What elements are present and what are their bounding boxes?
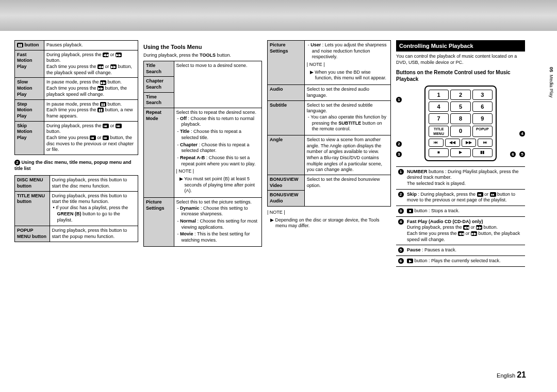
row-desc: Fast Play (Audio CD (CD-DA) only)During …: [405, 216, 525, 245]
row-label: Time Search: [144, 92, 174, 108]
page-footer: English 21: [497, 370, 526, 380]
row-desc: - User : Lets you adjust the sharpness a…: [304, 41, 390, 85]
note-label: | NOTE |: [307, 62, 388, 68]
play-icon: ▶: [450, 148, 470, 157]
ffwd-icon: ▶▶: [97, 86, 104, 91]
remote-key-1: 1: [429, 90, 449, 100]
ffwd-icon: ▶▶: [100, 80, 106, 85]
row-desc: During playback, press this button to st…: [50, 226, 138, 242]
row-desc: Select to set the desired audio language…: [304, 85, 390, 100]
rewind-icon: ◀◀: [97, 64, 104, 69]
note-text: ▶ When you use the BD wise function, thi…: [307, 70, 388, 81]
callout-5: 5: [519, 151, 525, 157]
remote-key-4: 4: [429, 101, 449, 112]
footer-lang: English: [497, 372, 515, 379]
pause-icon: ▮▮: [97, 108, 104, 112]
row-label: POPUP MENU button: [15, 226, 50, 242]
rewind-icon: ◀◀: [103, 53, 109, 57]
row-desc: Select this to set the picture settings.…: [174, 198, 261, 247]
row-desc: NUMBER buttons : During Playlist playbac…: [405, 166, 525, 189]
note-label: | NOTE |: [267, 210, 391, 216]
callout-3: 3: [396, 151, 402, 157]
column-2: Using the Tools Menu During playback, pr…: [143, 40, 262, 267]
row-desc: Select to set the desired subtitle langu…: [304, 100, 390, 135]
remote-key-6: 6: [472, 101, 493, 112]
row-label: BONUSVIEW Video: [268, 175, 305, 191]
row-desc: Skip : During playback, press the ⏮ or ⏭…: [405, 189, 525, 206]
ffwd-icon: ▶▶: [471, 231, 477, 236]
pause-icon: ▮▮: [17, 43, 23, 47]
prev-icon: ⏮: [477, 192, 483, 197]
rewind-icon: ◀◀: [458, 231, 464, 236]
callout-6: 6: [510, 151, 516, 157]
page-content: ▮▮ ▮▮ buttonbutton Pauses playback. Fast…: [0, 0, 557, 277]
rewind-icon: ◀◀: [463, 225, 469, 230]
ffwd-icon: ▶▶: [476, 225, 482, 230]
remote-control: 1 2 3 4 5 6 7 8 9 TITLE MENU 0 POPUP ⏮ ◀…: [424, 86, 497, 161]
row-label: DISC MENU button: [15, 176, 50, 191]
play-icon: ▶: [407, 259, 413, 263]
tools-menu-table: Title Search Select to move to a desired…: [143, 61, 262, 247]
row-num: 5: [398, 247, 404, 253]
stop-icon: ■: [429, 148, 449, 157]
tools-menu-heading: Using the Tools Menu: [143, 43, 262, 50]
row-label: Slow Motion Play: [15, 78, 44, 99]
row-label: Picture Settings: [268, 41, 305, 85]
remote-transport-1: ⏮ ◀◀ ▶▶ ⏭: [429, 139, 493, 147]
row-desc: During playback, press the ◀◀ or ▶▶ butt…: [44, 50, 138, 78]
next-icon: ⏭: [478, 139, 493, 147]
row-desc: Pauses playback.: [44, 41, 138, 50]
next-icon: ⏭: [490, 192, 496, 197]
music-playback-heading: Controlling Music Playback: [396, 40, 525, 52]
note-text: ▶ Depending on the disc or storage devic…: [267, 217, 391, 229]
row-label: TITLE MENU button: [15, 191, 50, 226]
ffwd-icon: ▶▶: [110, 64, 117, 69]
row-num: 2: [398, 192, 404, 197]
remote-numpad: 1 2 3 4 5 6 7 8 9 TITLE MENU 0 POPUP: [429, 90, 493, 137]
row-desc: ▶ button : Plays the currently selected …: [405, 256, 525, 267]
remote-key-popup: POPUP: [472, 126, 493, 137]
row-desc: Pause : Pauses a track.: [405, 245, 525, 256]
prev-icon: ⏮: [103, 124, 109, 128]
row-desc: During playback, press this button to st…: [50, 191, 138, 226]
side-tab-label: Media Play: [549, 75, 554, 98]
disc-menu-heading: 2 Using the disc menu, title menu, popup…: [14, 158, 138, 173]
row-label: Title Search: [144, 61, 174, 76]
row-desc: In pause mode, press the ▶▶ button.Each …: [44, 78, 138, 99]
rewind-icon: ◀◀: [445, 139, 460, 147]
next-icon: ⏭: [116, 124, 122, 128]
note-text: ▶ You must set point (B) at least 5 seco…: [176, 176, 259, 194]
row-label: Audio: [268, 85, 305, 100]
remote-key-7: 7: [429, 113, 449, 124]
row-label: Repeat Mode: [144, 108, 174, 198]
row-num: 6: [398, 258, 404, 264]
row-desc: During playback, press this button to st…: [50, 176, 138, 191]
tools-intro: During playback, press the TOOLS button.: [143, 53, 262, 59]
remote-key-9: 9: [472, 113, 493, 124]
ffwd-icon: ▶▶: [116, 53, 122, 57]
pause-icon: ▮▮: [472, 148, 493, 157]
prev-icon: ⏮: [429, 139, 444, 147]
ffwd-icon: ▶▶: [462, 139, 477, 147]
remote-transport-2: ■ ▶ ▮▮: [429, 148, 493, 157]
row-label: BONUSVIEW Audio: [268, 191, 305, 206]
remote-key-2: 2: [450, 90, 470, 100]
stop-icon: ■: [407, 209, 413, 213]
callout-1: 1: [396, 97, 402, 103]
row-num: 1: [398, 169, 404, 175]
top-banner: [0, 0, 557, 31]
tools-menu-table-cont: Picture Settings - User : Lets you adjus…: [267, 40, 391, 207]
prev-icon: ⏮: [90, 135, 96, 140]
side-tab-num: 05: [549, 67, 554, 72]
row-label: Angle: [268, 135, 305, 175]
row-label: ▮▮ ▮▮ buttonbutton: [15, 41, 44, 50]
row-label: Picture Settings: [144, 198, 174, 247]
column-4: Controlling Music Playback You can contr…: [396, 40, 525, 267]
remote-diagram: 1 2 3 4 5 6 1 2 3 4 5 6 7 8 9 TITLE MENU…: [396, 86, 525, 161]
step-number-2: 2: [14, 160, 20, 165]
menu-buttons-table: DISC MENU button During playback, press …: [14, 175, 138, 242]
remote-desc-table: 1 NUMBER buttons : During Playlist playb…: [396, 166, 525, 267]
footer-page: 21: [517, 370, 526, 379]
row-label: Skip Motion Play: [15, 121, 44, 155]
remote-key-8: 8: [450, 113, 470, 124]
